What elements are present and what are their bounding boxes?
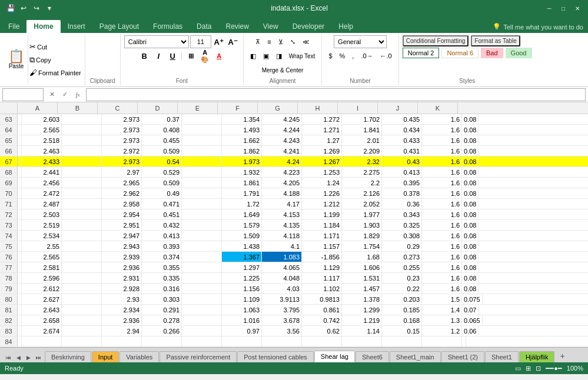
table-cell[interactable]: 2.581	[22, 262, 62, 272]
table-cell[interactable]: 0.308	[382, 231, 422, 241]
table-cell[interactable]: 1.378	[342, 294, 382, 304]
table-cell[interactable]: 0.393	[142, 241, 182, 251]
table-cell[interactable]: 4.241	[262, 146, 302, 156]
prev-sheet-btn[interactable]: ◀	[14, 353, 23, 362]
table-cell[interactable]: 0.408	[142, 125, 182, 135]
table-cell[interactable]: 4.135	[262, 220, 302, 230]
table-cell[interactable]: 1.271	[302, 125, 342, 135]
ribbon-tab-help[interactable]: Help	[331, 20, 360, 33]
table-cell[interactable]	[18, 326, 22, 336]
style-good[interactable]: Good	[506, 48, 532, 58]
table-cell[interactable]: 0.62	[302, 326, 342, 336]
table-cell[interactable]: 1.754	[342, 241, 382, 251]
table-cell[interactable]	[182, 199, 222, 209]
table-cell[interactable]	[182, 146, 222, 156]
customize-qa-btn[interactable]: ▾	[44, 2, 55, 14]
table-cell[interactable]: 1.354	[222, 114, 262, 124]
table-cell[interactable]: 0.23	[382, 273, 422, 283]
table-cell[interactable]: 1.267	[302, 156, 342, 166]
col-header-E[interactable]: E	[178, 102, 218, 114]
table-cell[interactable]: 1.973	[222, 156, 262, 166]
table-cell[interactable]: 1.6	[422, 146, 462, 156]
table-cell[interactable]: 0.509	[142, 178, 182, 188]
table-cell[interactable]: 2.534	[22, 231, 62, 241]
table-cell[interactable]	[62, 231, 102, 241]
table-cell[interactable]	[18, 262, 22, 272]
table-cell[interactable]: 0.168	[382, 315, 422, 325]
table-cell[interactable]: 1.6	[422, 209, 462, 219]
table-cell[interactable]: 4.223	[262, 167, 302, 177]
table-cell[interactable]	[62, 167, 102, 177]
next-sheet-btn[interactable]: ▶	[24, 353, 33, 362]
table-cell[interactable]: 0.29	[382, 241, 422, 251]
table-cell[interactable]	[18, 284, 22, 294]
table-cell[interactable]: 2.643	[22, 305, 62, 315]
table-cell[interactable]: 0.06	[462, 326, 479, 336]
table-cell[interactable]	[18, 220, 22, 230]
table-cell[interactable]: 1.129	[302, 262, 342, 272]
table-cell[interactable]: 1.932	[222, 167, 262, 177]
table-cell[interactable]: 0.36	[382, 199, 422, 209]
table-cell[interactable]: 2.973	[102, 135, 142, 145]
table-cell[interactable]: 0.203	[382, 294, 422, 304]
ribbon-tab-view[interactable]: View	[256, 20, 285, 33]
table-cell[interactable]: 1.6	[422, 178, 462, 188]
table-cell[interactable]: 1.212	[302, 199, 342, 209]
table-cell[interactable]	[62, 146, 102, 156]
table-cell[interactable]: 0.455	[142, 135, 182, 145]
table-cell[interactable]: 4.205	[262, 178, 302, 188]
table-cell[interactable]: 0.08	[462, 220, 479, 230]
table-cell[interactable]: 0.22	[382, 284, 422, 294]
table-cell[interactable]: 0.435	[382, 114, 422, 124]
fill-color-btn[interactable]: A🎨	[198, 49, 211, 62]
table-cell[interactable]: 1.171	[302, 231, 342, 241]
sheet-tab-sheet1_main[interactable]: Sheet1_main	[390, 351, 441, 362]
table-cell[interactable]: 0.08	[462, 231, 479, 241]
table-cell[interactable]: 0.325	[382, 220, 422, 230]
table-cell[interactable]	[182, 262, 222, 272]
decrease-font-btn[interactable]: A⁻	[227, 35, 240, 48]
table-cell[interactable]	[62, 156, 102, 166]
table-cell[interactable]: 3.678	[262, 315, 302, 325]
table-cell[interactable]: 1.102	[302, 284, 342, 294]
table-cell[interactable]: 0.49	[142, 188, 182, 198]
table-cell[interactable]: 1.5	[422, 294, 462, 304]
table-cell[interactable]	[182, 220, 222, 230]
table-cell[interactable]	[18, 231, 22, 241]
table-cell[interactable]: 0.08	[462, 262, 479, 272]
table-cell[interactable]: 4.243	[262, 135, 302, 145]
table-cell[interactable]	[182, 231, 222, 241]
table-cell[interactable]: 2.01	[342, 135, 382, 145]
table-cell[interactable]: 0.529	[142, 167, 182, 177]
table-cell[interactable]: 1.649	[222, 209, 262, 219]
table-cell[interactable]: 0.08	[462, 135, 479, 145]
table-cell[interactable]	[182, 305, 222, 315]
close-btn[interactable]: ✕	[572, 2, 583, 14]
border-btn[interactable]: ⊞	[184, 49, 197, 62]
confirm-formula-icon[interactable]: ✓	[59, 89, 71, 101]
table-cell[interactable]: 2.2	[342, 178, 382, 188]
sheet-tab-beskrivning[interactable]: Beskrivning	[45, 351, 91, 362]
bold-btn[interactable]: B	[138, 49, 151, 62]
table-cell[interactable]: 1.156	[222, 284, 262, 294]
table-cell[interactable]: 0.08	[462, 252, 479, 262]
redo-btn[interactable]: ↪	[31, 2, 42, 14]
sheet-tab-sheet6[interactable]: Sheet6	[356, 351, 389, 362]
insert-function-icon[interactable]: fx	[72, 89, 84, 101]
window-controls[interactable]: ─ □ ✕	[543, 2, 583, 14]
table-cell[interactable]: 0.08	[462, 209, 479, 219]
table-cell[interactable]: 2.565	[22, 252, 62, 262]
table-cell[interactable]	[18, 199, 22, 209]
table-cell[interactable]: 2.962	[102, 188, 142, 198]
table-cell[interactable]	[62, 262, 102, 272]
table-cell[interactable]: 2.612	[22, 284, 62, 294]
table-cell[interactable]: 0.378	[382, 188, 422, 198]
ribbon-tab-home[interactable]: Home	[26, 20, 60, 33]
table-cell[interactable]	[182, 188, 222, 198]
table-cell[interactable]: 1.226	[302, 188, 342, 198]
table-cell[interactable]	[62, 294, 102, 304]
table-cell[interactable]	[62, 178, 102, 188]
table-cell[interactable]: 1.6	[422, 262, 462, 272]
table-cell[interactable]: 0.97	[222, 326, 262, 336]
table-cell[interactable]	[342, 336, 382, 346]
